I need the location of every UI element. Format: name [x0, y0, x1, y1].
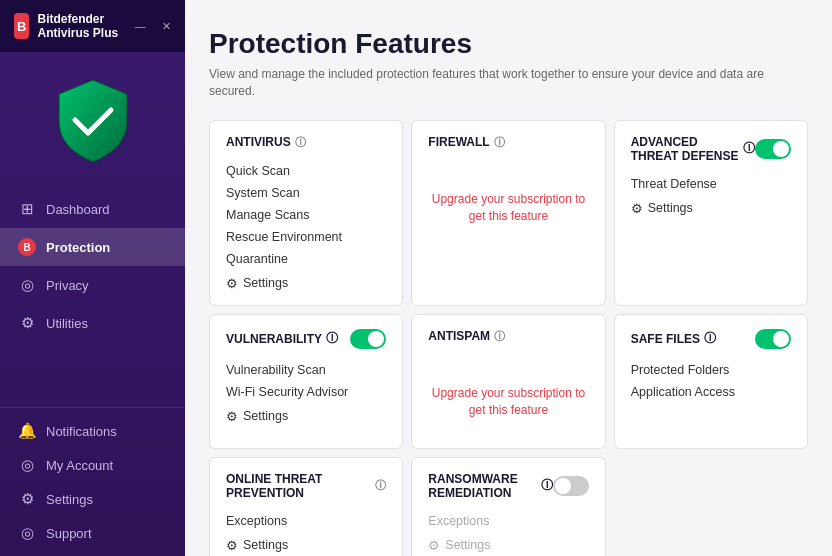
sidebar-bottom-nav: 🔔 Notifications ◎ My Account ⚙ Settings … — [0, 407, 185, 556]
vulnerability-scan-link[interactable]: Vulnerability Scan — [226, 359, 386, 381]
exceptions-link[interactable]: Exceptions — [226, 510, 386, 532]
advanced-threat-card: ADVANCED THREAT DEFENSE ⓘ Threat Defense… — [614, 120, 808, 306]
support-icon: ◎ — [18, 524, 36, 542]
utilities-icon: ⚙ — [18, 314, 36, 332]
sidebar-item-label: Utilities — [46, 316, 88, 331]
safe-files-toggle[interactable] — [755, 329, 791, 349]
online-threat-settings-link[interactable]: ⚙ Settings — [226, 538, 386, 553]
antivirus-settings-link[interactable]: ⚙ Settings — [226, 276, 386, 291]
sidebar-item-label: My Account — [46, 458, 113, 473]
ransomware-card: RANSOMWARE REMEDIATION ⓘ Exceptions ⚙ Se… — [411, 457, 605, 556]
info-icon: ⓘ — [541, 477, 553, 494]
sidebar-item-support[interactable]: ◎ Support — [0, 516, 185, 550]
quarantine-link[interactable]: Quarantine — [226, 248, 386, 270]
advanced-threat-title: ADVANCED THREAT DEFENSE ⓘ — [631, 135, 755, 163]
info-icon: ⓘ — [704, 330, 716, 347]
rescue-env-link[interactable]: Rescue Environment — [226, 226, 386, 248]
sidebar-item-utilities[interactable]: ⚙ Utilities — [0, 304, 185, 342]
sidebar-item-protection[interactable]: B Protection — [0, 228, 185, 266]
sidebar-item-dashboard[interactable]: ⊞ Dashboard — [0, 190, 185, 228]
app-header: B Bitdefender Antivirus Plus — ✕ — [0, 0, 185, 52]
page-subtitle: View and manage the included protection … — [209, 66, 808, 100]
advanced-threat-header: ADVANCED THREAT DEFENSE ⓘ — [631, 135, 791, 163]
ransomware-toggle[interactable] — [553, 476, 589, 496]
info-icon: ⓘ — [326, 330, 338, 347]
safe-files-card: SAFE FILES ⓘ Protected Folders Applicati… — [614, 314, 808, 449]
sidebar-item-account[interactable]: ◎ My Account — [0, 448, 185, 482]
page-title: Protection Features — [209, 28, 808, 60]
settings-gear-icon: ⚙ — [428, 538, 440, 553]
antispam-upgrade-area: Upgrade your subscription to get this fe… — [428, 354, 588, 434]
account-icon: ◎ — [18, 456, 36, 474]
firewall-title: FIREWALL ⓘ — [428, 135, 588, 150]
system-scan-link[interactable]: System Scan — [226, 182, 386, 204]
advanced-threat-toggle[interactable] — [755, 139, 791, 159]
sidebar-item-notifications[interactable]: 🔔 Notifications — [0, 414, 185, 448]
protection-icon: B — [18, 238, 36, 256]
ransomware-title: RANSOMWARE REMEDIATION ⓘ — [428, 472, 552, 500]
vulnerability-card: VULNERABILITY ⓘ Vulnerability Scan Wi-Fi… — [209, 314, 403, 449]
privacy-icon: ◎ — [18, 276, 36, 294]
online-threat-title: ONLINE THREAT PREVENTION ⓘ — [226, 472, 386, 500]
application-access-link[interactable]: Application Access — [631, 381, 791, 403]
app-title: Bitdefender Antivirus Plus — [37, 12, 127, 40]
app-logo: B — [14, 13, 29, 39]
sidebar-item-label: Support — [46, 526, 92, 541]
antispam-upgrade-link[interactable]: Upgrade your subscription to get this fe… — [428, 385, 588, 419]
protected-folders-link[interactable]: Protected Folders — [631, 359, 791, 381]
sidebar-item-label: Settings — [46, 492, 93, 507]
settings-gear-icon: ⚙ — [226, 276, 238, 291]
sidebar: B Bitdefender Antivirus Plus — ✕ ⊞ Dashb… — [0, 0, 185, 556]
firewall-upgrade-link[interactable]: Upgrade your subscription to get this fe… — [428, 191, 588, 225]
feature-grid: ANTIVIRUS ⓘ Quick Scan System Scan Manag… — [209, 120, 808, 556]
dashboard-icon: ⊞ — [18, 200, 36, 218]
info-icon: ⓘ — [743, 140, 755, 157]
ransomware-exceptions-link: Exceptions — [428, 510, 588, 532]
antispam-title: ANTISPAM ⓘ — [428, 329, 588, 344]
close-button[interactable]: ✕ — [162, 20, 171, 33]
vulnerability-header: VULNERABILITY ⓘ — [226, 329, 386, 349]
settings-gear-icon: ⚙ — [226, 409, 238, 424]
info-icon: ⓘ — [295, 135, 306, 150]
minimize-button[interactable]: — — [135, 20, 146, 32]
sidebar-item-label: Notifications — [46, 424, 117, 439]
manage-scans-link[interactable]: Manage Scans — [226, 204, 386, 226]
vulnerability-toggle[interactable] — [350, 329, 386, 349]
vulnerability-settings-link[interactable]: ⚙ Settings — [226, 409, 386, 424]
safe-files-header: SAFE FILES ⓘ — [631, 329, 791, 349]
shield-icon — [53, 76, 133, 166]
vulnerability-title: VULNERABILITY ⓘ — [226, 330, 338, 347]
advanced-threat-settings-link[interactable]: ⚙ Settings — [631, 201, 791, 216]
sidebar-item-label: Dashboard — [46, 202, 110, 217]
settings-icon: ⚙ — [18, 490, 36, 508]
ransomware-settings-link: ⚙ Settings — [428, 538, 588, 553]
firewall-card: FIREWALL ⓘ Upgrade your subscription to … — [411, 120, 605, 306]
wifi-advisor-link[interactable]: Wi-Fi Security Advisor — [226, 381, 386, 403]
sidebar-item-settings[interactable]: ⚙ Settings — [0, 482, 185, 516]
main-content: Protection Features View and manage the … — [185, 0, 832, 556]
sidebar-item-label: Privacy — [46, 278, 89, 293]
main-nav: ⊞ Dashboard B Protection ◎ Privacy ⚙ Uti… — [0, 182, 185, 407]
safe-files-title: SAFE FILES ⓘ — [631, 330, 716, 347]
threat-defense-link[interactable]: Threat Defense — [631, 173, 791, 195]
info-icon: ⓘ — [494, 329, 505, 344]
quick-scan-link[interactable]: Quick Scan — [226, 160, 386, 182]
firewall-upgrade-area: Upgrade your subscription to get this fe… — [428, 160, 588, 240]
antivirus-title: ANTIVIRUS ⓘ — [226, 135, 386, 150]
settings-gear-icon: ⚙ — [631, 201, 643, 216]
info-icon: ⓘ — [494, 135, 505, 150]
antispam-card: ANTISPAM ⓘ Upgrade your subscription to … — [411, 314, 605, 449]
sidebar-item-label: Protection — [46, 240, 110, 255]
ransomware-header: RANSOMWARE REMEDIATION ⓘ — [428, 472, 588, 500]
settings-gear-icon: ⚙ — [226, 538, 238, 553]
antivirus-card: ANTIVIRUS ⓘ Quick Scan System Scan Manag… — [209, 120, 403, 306]
notifications-icon: 🔔 — [18, 422, 36, 440]
sidebar-item-privacy[interactable]: ◎ Privacy — [0, 266, 185, 304]
info-icon: ⓘ — [375, 478, 386, 493]
online-threat-card: ONLINE THREAT PREVENTION ⓘ Exceptions ⚙ … — [209, 457, 403, 556]
